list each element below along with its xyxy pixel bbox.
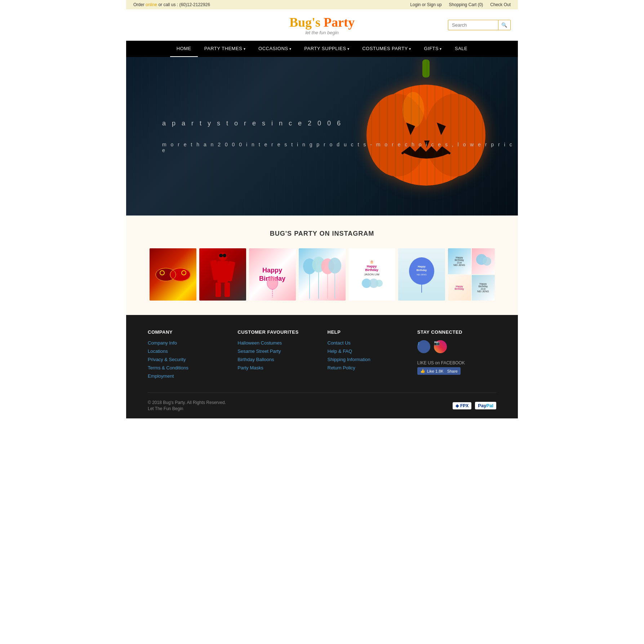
footer-company-heading: COMPANY — [148, 329, 227, 335]
instagram-section: BUG'S PARTY ON INSTAGRAM — [126, 216, 518, 315]
hero-line1: a p a r t y s t o r e s i n c e 2 0 0 6 — [162, 120, 518, 127]
paypal-text-2: Pal — [486, 403, 493, 408]
logo-tagline: let the fun begin — [259, 30, 385, 35]
svg-text:Birthday: Birthday — [416, 269, 427, 272]
footer-balloons[interactable]: Birthday Balloons — [237, 357, 316, 362]
footer-shipping[interactable]: Shipping Information — [328, 357, 407, 362]
facebook-link[interactable]: f — [417, 340, 430, 353]
footer-help: HELP Contact Us Help & FAQ Shipping Info… — [328, 329, 407, 382]
svg-point-17 — [223, 254, 226, 257]
header: Bug's Party let the fun begin 🔍 — [126, 9, 518, 41]
footer-social-heading: STAY CONNECTED — [417, 329, 496, 335]
svg-text:NEI JENG: NEI JENG — [417, 274, 427, 276]
main-nav: HOME PARTY THEMES OCCASIONS PARTY SUPPLI… — [126, 41, 518, 57]
nav-occasions[interactable]: OCCASIONS — [252, 41, 298, 57]
top-bar: Order online or call us : (60)12-2122926… — [126, 0, 518, 9]
nav-home[interactable]: HOME — [170, 41, 198, 57]
top-bar-right: Login or Sign up Shopping Cart (0) Check… — [410, 2, 511, 7]
logo-bugs: Bug's — [289, 15, 320, 30]
instagram-item-1[interactable] — [150, 248, 196, 301]
svg-point-28 — [328, 258, 341, 274]
svg-rect-22 — [225, 283, 230, 297]
logo-party: Party — [324, 15, 355, 30]
instagram-item-4[interactable] — [299, 248, 346, 301]
instagram-link[interactable]: 📷 — [434, 340, 447, 353]
fpx-text: FPX — [460, 403, 468, 408]
instagram-icon: 📷 — [434, 340, 440, 346]
top-bar-left: Order online or call us : (60)12-2122926 — [133, 2, 210, 7]
instagram-item-7[interactable]: HappyBirthday21stNEI JENG HappyBirthday … — [448, 248, 495, 301]
svg-point-23 — [267, 276, 278, 289]
footer-masks[interactable]: Party Masks — [237, 365, 316, 370]
fb-like-text: LIKE US on FACEBOOK — [417, 360, 496, 365]
copyright-text: © 2018 Bug's Party. All Rights Reserved. — [148, 400, 226, 405]
footer-social: STAY CONNECTED f 📷 LIKE US on FACEBOOK 👍… — [417, 329, 496, 382]
instagram-item-3[interactable]: HappyBirthday — [249, 248, 296, 301]
footer-company-info[interactable]: Company Info — [148, 340, 227, 346]
hero-line2: m o r e t h a n 2 0 0 0 i n t e r e s t … — [162, 142, 518, 153]
cart-link[interactable]: Shopping Cart (0) — [449, 2, 483, 7]
fb-like-button[interactable]: 👍 Like 1.8K Share — [417, 367, 461, 375]
footer-grid: COMPANY Company Info Locations Privacy &… — [148, 329, 496, 382]
phone-text: or call us : (60)12-2122926 — [157, 2, 210, 7]
footer-locations[interactable]: Locations — [148, 348, 227, 354]
footer-customer: CUSTOMER FAVOURITES Halloween Costumes S… — [237, 329, 316, 382]
svg-rect-21 — [216, 283, 221, 297]
instagram-item-6[interactable]: Happy Birthday NEI JENG — [398, 248, 445, 301]
svg-rect-0 — [422, 59, 430, 77]
footer-faq[interactable]: Help & FAQ — [328, 348, 407, 354]
footer-help-heading: HELP — [328, 329, 407, 335]
footer-customer-heading: CUSTOMER FAVOURITES — [237, 329, 316, 335]
footer: COMPANY Company Info Locations Privacy &… — [126, 315, 518, 418]
logo-area: Bug's Party let the fun begin — [259, 15, 385, 35]
footer-terms[interactable]: Terms & Conditions — [148, 365, 227, 370]
paypal-badge: PayPal — [475, 402, 496, 409]
thumbs-up-icon: 👍 — [420, 369, 425, 373]
instagram-item-2[interactable] — [199, 248, 246, 301]
instagram-title: BUG'S PARTY ON INSTAGRAM — [133, 230, 511, 237]
login-link[interactable]: Login or Sign up — [410, 2, 441, 7]
search-area: 🔍 — [448, 20, 511, 30]
instagram-item-5[interactable]: 🎂 Happy Birthday JASON LIM — [348, 248, 395, 301]
nav-costumes[interactable]: COSTUMES PARTY — [356, 41, 417, 57]
footer-halloween[interactable]: Halloween Costumes — [237, 340, 316, 346]
search-button[interactable]: 🔍 — [498, 20, 511, 30]
fpx-badge: ◈ FPX — [453, 402, 471, 409]
nav-party-supplies[interactable]: PARTY SUPPLIES — [298, 41, 356, 57]
footer-contact[interactable]: Contact Us — [328, 340, 407, 346]
svg-point-42 — [483, 257, 491, 266]
fpx-icon: ◈ — [456, 403, 459, 408]
svg-point-16 — [219, 254, 223, 257]
footer-return[interactable]: Return Policy — [328, 365, 407, 370]
instagram-grid: HappyBirthday — [133, 248, 511, 301]
social-icons-row: f 📷 — [417, 340, 496, 356]
footer-divider — [148, 392, 496, 393]
footer-privacy[interactable]: Privacy & Security — [148, 357, 227, 362]
payment-badges: ◈ FPX PayPal — [453, 402, 496, 409]
order-online-link[interactable]: online — [146, 2, 157, 7]
nav-sale[interactable]: SALE — [448, 41, 474, 57]
footer-sesame[interactable]: Sesame Street Party — [237, 348, 316, 354]
footer-bottom: © 2018 Bug's Party. All Rights Reserved.… — [148, 400, 496, 411]
hero-text: a p a r t y s t o r e s i n c e 2 0 0 6 … — [162, 120, 518, 153]
svg-text:Happy: Happy — [418, 265, 426, 268]
logo[interactable]: Bug's Party — [259, 15, 385, 30]
footer-tagline: Let The Fun Begin — [148, 406, 226, 411]
order-text: Order — [133, 2, 146, 7]
footer-company: COMPANY Company Info Locations Privacy &… — [148, 329, 227, 382]
fb-share-text: Share — [447, 369, 458, 373]
hero-banner: a p a r t y s t o r e s i n c e 2 0 0 6 … — [126, 57, 518, 216]
fb-like-count: Like 1.8K — [427, 369, 444, 373]
paypal-text-1: Pay — [478, 403, 486, 408]
nav-gifts[interactable]: GIFTS — [417, 41, 448, 57]
checkout-link[interactable]: Check Out — [490, 2, 511, 7]
search-input[interactable] — [448, 20, 498, 30]
footer-copyright: © 2018 Bug's Party. All Rights Reserved.… — [148, 400, 226, 411]
search-icon: 🔍 — [501, 22, 507, 28]
svg-point-35 — [376, 280, 383, 287]
nav-party-themes[interactable]: PARTY THEMES — [198, 41, 252, 57]
footer-employment[interactable]: Employment — [148, 373, 227, 379]
